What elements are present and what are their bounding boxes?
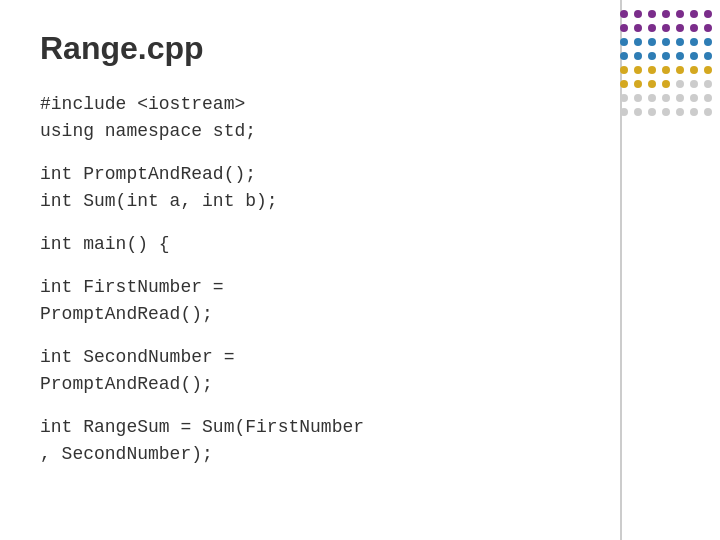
dot	[676, 80, 684, 88]
code-line-7: PromptAndRead();	[40, 301, 680, 328]
dot	[620, 52, 628, 60]
dot	[648, 10, 656, 18]
dot	[704, 38, 712, 46]
dot	[676, 24, 684, 32]
dot	[662, 80, 670, 88]
code-block: #include <iostream> using namespace std;…	[40, 91, 680, 468]
code-line-10: int RangeSum = Sum(FirstNumber	[40, 414, 680, 441]
code-line-6: int FirstNumber =	[40, 274, 680, 301]
dot	[620, 24, 628, 32]
dot	[676, 108, 684, 116]
dot	[620, 10, 628, 18]
dot	[648, 108, 656, 116]
dot	[704, 10, 712, 18]
dot	[704, 108, 712, 116]
dot	[704, 94, 712, 102]
dot	[676, 52, 684, 60]
code-line-11: , SecondNumber);	[40, 441, 680, 468]
dot	[620, 80, 628, 88]
slide-title: Range.cpp	[40, 30, 680, 67]
dot	[690, 80, 698, 88]
dot	[690, 38, 698, 46]
code-line-9: PromptAndRead();	[40, 371, 680, 398]
dot	[634, 80, 642, 88]
dot	[648, 66, 656, 74]
dot	[690, 52, 698, 60]
dot	[634, 24, 642, 32]
dot	[690, 10, 698, 18]
dot	[676, 66, 684, 74]
dot	[704, 80, 712, 88]
second-number-section: int SecondNumber = PromptAndRead();	[40, 344, 680, 398]
dot	[676, 10, 684, 18]
dot	[648, 52, 656, 60]
dot	[620, 66, 628, 74]
dot	[634, 38, 642, 46]
dot	[690, 108, 698, 116]
dot	[704, 52, 712, 60]
code-line-1: #include <iostream>	[40, 91, 680, 118]
range-sum-section: int RangeSum = Sum(FirstNumber , SecondN…	[40, 414, 680, 468]
main-section: int main() {	[40, 231, 680, 258]
code-line-5: int main() {	[40, 231, 680, 258]
first-number-section: int FirstNumber = PromptAndRead();	[40, 274, 680, 328]
dot	[648, 24, 656, 32]
dot	[662, 38, 670, 46]
include-section: #include <iostream> using namespace std;	[40, 91, 680, 145]
dot	[690, 94, 698, 102]
code-line-3: int PromptAndRead();	[40, 161, 680, 188]
dot	[634, 108, 642, 116]
dot	[662, 10, 670, 18]
dot	[662, 66, 670, 74]
slide: Range.cpp #include <iostream> using name…	[0, 0, 720, 540]
dot	[634, 52, 642, 60]
dots-decoration	[620, 10, 710, 120]
dot	[634, 10, 642, 18]
dot	[690, 24, 698, 32]
dot	[704, 66, 712, 74]
dot	[634, 66, 642, 74]
dot	[634, 94, 642, 102]
code-line-2: using namespace std;	[40, 118, 680, 145]
dot	[648, 80, 656, 88]
dot	[620, 38, 628, 46]
dot	[704, 24, 712, 32]
dot	[662, 108, 670, 116]
dot	[648, 94, 656, 102]
dot	[676, 38, 684, 46]
dot	[620, 94, 628, 102]
dot	[620, 108, 628, 116]
dot	[662, 24, 670, 32]
dots-grid	[620, 10, 710, 120]
declarations-section: int PromptAndRead(); int Sum(int a, int …	[40, 161, 680, 215]
dot	[690, 66, 698, 74]
code-line-4: int Sum(int a, int b);	[40, 188, 680, 215]
dot	[662, 94, 670, 102]
dot	[662, 52, 670, 60]
dot	[648, 38, 656, 46]
code-line-8: int SecondNumber =	[40, 344, 680, 371]
dot	[676, 94, 684, 102]
